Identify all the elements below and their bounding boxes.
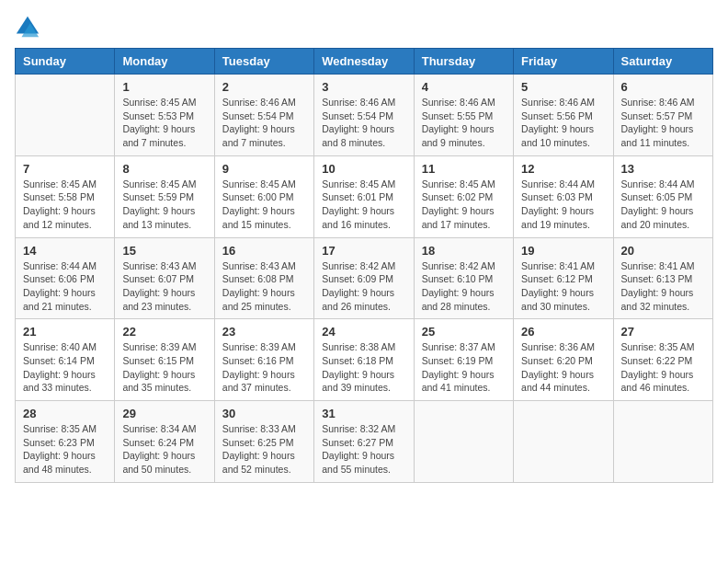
cell-info: Sunrise: 8:45 AM Sunset: 6:00 PM Dayligh… [222,178,306,232]
cell-info: Sunrise: 8:34 AM Sunset: 6:24 PM Dayligh… [122,422,206,477]
date-number: 28 [23,407,107,420]
cell-info: Sunrise: 8:43 AM Sunset: 6:08 PM Dayligh… [222,259,306,314]
weekday-header: Sunday [16,49,115,75]
calendar-cell: 25Sunrise: 8:37 AM Sunset: 6:19 PM Dayli… [414,319,513,401]
calendar-cell: 5Sunrise: 8:46 AM Sunset: 5:56 PM Daylig… [514,75,613,156]
cell-info: Sunrise: 8:32 AM Sunset: 6:27 PM Dayligh… [322,422,405,477]
calendar-cell: 20Sunrise: 8:41 AM Sunset: 6:13 PM Dayli… [613,237,712,319]
cell-info: Sunrise: 8:46 AM Sunset: 5:57 PM Dayligh… [621,96,705,150]
calendar-cell: 10Sunrise: 8:45 AM Sunset: 6:01 PM Dayli… [314,155,414,237]
cell-info: Sunrise: 8:42 AM Sunset: 6:10 PM Dayligh… [422,259,506,314]
cell-info: Sunrise: 8:45 AM Sunset: 5:58 PM Dayligh… [23,178,107,232]
date-number: 23 [222,325,306,339]
cell-info: Sunrise: 8:43 AM Sunset: 6:07 PM Dayligh… [122,259,206,314]
calendar-cell: 1Sunrise: 8:45 AM Sunset: 5:53 PM Daylig… [115,75,214,156]
page-header [15,15,713,40]
date-number: 10 [322,162,405,176]
date-number: 9 [222,162,306,176]
calendar-cell: 18Sunrise: 8:42 AM Sunset: 6:10 PM Dayli… [414,237,513,319]
calendar-week-row: 1Sunrise: 8:45 AM Sunset: 5:53 PM Daylig… [16,75,713,156]
date-number: 12 [521,162,605,176]
calendar-cell: 11Sunrise: 8:45 AM Sunset: 6:02 PM Dayli… [414,155,513,237]
calendar-cell: 21Sunrise: 8:40 AM Sunset: 6:14 PM Dayli… [16,319,115,401]
calendar-cell [414,401,513,483]
calendar-cell: 6Sunrise: 8:46 AM Sunset: 5:57 PM Daylig… [613,75,712,156]
cell-info: Sunrise: 8:41 AM Sunset: 6:13 PM Dayligh… [621,259,705,314]
date-number: 16 [222,244,306,258]
weekday-header: Tuesday [214,49,313,75]
date-number: 6 [621,80,705,94]
cell-info: Sunrise: 8:36 AM Sunset: 6:20 PM Dayligh… [521,340,605,395]
calendar-cell: 4Sunrise: 8:46 AM Sunset: 5:55 PM Daylig… [414,75,513,156]
date-number: 2 [222,80,306,94]
calendar-cell: 26Sunrise: 8:36 AM Sunset: 6:20 PM Dayli… [514,319,613,401]
calendar-cell: 3Sunrise: 8:46 AM Sunset: 5:54 PM Daylig… [314,75,414,156]
date-number: 8 [122,162,206,176]
calendar-cell: 31Sunrise: 8:32 AM Sunset: 6:27 PM Dayli… [314,401,414,483]
calendar-cell: 15Sunrise: 8:43 AM Sunset: 6:07 PM Dayli… [115,237,214,319]
cell-info: Sunrise: 8:40 AM Sunset: 6:14 PM Dayligh… [23,340,107,395]
calendar-cell [514,401,613,483]
cell-info: Sunrise: 8:39 AM Sunset: 6:16 PM Dayligh… [222,340,306,395]
cell-info: Sunrise: 8:38 AM Sunset: 6:18 PM Dayligh… [322,340,405,395]
calendar-cell: 23Sunrise: 8:39 AM Sunset: 6:16 PM Dayli… [214,319,313,401]
date-number: 24 [322,325,405,339]
calendar-cell: 24Sunrise: 8:38 AM Sunset: 6:18 PM Dayli… [314,319,414,401]
cell-info: Sunrise: 8:41 AM Sunset: 6:12 PM Dayligh… [521,259,605,314]
weekday-header: Friday [514,49,613,75]
logo-icon [15,15,40,40]
cell-info: Sunrise: 8:45 AM Sunset: 6:01 PM Dayligh… [322,178,405,232]
date-number: 30 [222,407,306,420]
cell-info: Sunrise: 8:44 AM Sunset: 6:06 PM Dayligh… [23,259,107,314]
date-number: 3 [322,80,405,94]
date-number: 15 [122,244,206,258]
date-number: 25 [422,325,506,339]
date-number: 1 [122,80,206,94]
cell-info: Sunrise: 8:46 AM Sunset: 5:56 PM Dayligh… [521,96,605,150]
cell-info: Sunrise: 8:44 AM Sunset: 6:03 PM Dayligh… [521,178,605,232]
calendar-cell: 13Sunrise: 8:44 AM Sunset: 6:05 PM Dayli… [613,155,712,237]
calendar-cell [16,75,115,156]
date-number: 7 [23,162,107,176]
cell-info: Sunrise: 8:35 AM Sunset: 6:22 PM Dayligh… [621,340,705,395]
cell-info: Sunrise: 8:37 AM Sunset: 6:19 PM Dayligh… [422,340,506,395]
weekday-header: Monday [115,49,214,75]
calendar-week-row: 28Sunrise: 8:35 AM Sunset: 6:23 PM Dayli… [16,401,713,483]
cell-info: Sunrise: 8:35 AM Sunset: 6:23 PM Dayligh… [23,422,107,477]
calendar-cell: 19Sunrise: 8:41 AM Sunset: 6:12 PM Dayli… [514,237,613,319]
calendar-week-row: 14Sunrise: 8:44 AM Sunset: 6:06 PM Dayli… [16,237,713,319]
date-number: 22 [122,325,206,339]
date-number: 17 [322,244,405,258]
cell-info: Sunrise: 8:44 AM Sunset: 6:05 PM Dayligh… [621,178,705,232]
calendar-week-row: 7Sunrise: 8:45 AM Sunset: 5:58 PM Daylig… [16,155,713,237]
date-number: 19 [521,244,605,258]
cell-info: Sunrise: 8:46 AM Sunset: 5:55 PM Dayligh… [422,96,506,150]
cell-info: Sunrise: 8:42 AM Sunset: 6:09 PM Dayligh… [322,259,405,314]
calendar-table: SundayMondayTuesdayWednesdayThursdayFrid… [15,48,713,483]
calendar-cell: 27Sunrise: 8:35 AM Sunset: 6:22 PM Dayli… [613,319,712,401]
weekday-header: Thursday [414,49,513,75]
date-number: 26 [521,325,605,339]
calendar-cell: 8Sunrise: 8:45 AM Sunset: 5:59 PM Daylig… [115,155,214,237]
cell-info: Sunrise: 8:39 AM Sunset: 6:15 PM Dayligh… [122,340,206,395]
cell-info: Sunrise: 8:45 AM Sunset: 5:53 PM Dayligh… [122,96,206,150]
calendar-cell: 29Sunrise: 8:34 AM Sunset: 6:24 PM Dayli… [115,401,214,483]
calendar-cell: 2Sunrise: 8:46 AM Sunset: 5:54 PM Daylig… [214,75,313,156]
cell-info: Sunrise: 8:33 AM Sunset: 6:25 PM Dayligh… [222,422,306,477]
calendar-cell: 9Sunrise: 8:45 AM Sunset: 6:00 PM Daylig… [214,155,313,237]
date-number: 21 [23,325,107,339]
cell-info: Sunrise: 8:45 AM Sunset: 6:02 PM Dayligh… [422,178,506,232]
logo [15,15,44,40]
date-number: 11 [422,162,506,176]
calendar-cell: 16Sunrise: 8:43 AM Sunset: 6:08 PM Dayli… [214,237,313,319]
cell-info: Sunrise: 8:46 AM Sunset: 5:54 PM Dayligh… [222,96,306,150]
cell-info: Sunrise: 8:45 AM Sunset: 5:59 PM Dayligh… [122,178,206,232]
calendar-cell [613,401,712,483]
calendar-week-row: 21Sunrise: 8:40 AM Sunset: 6:14 PM Dayli… [16,319,713,401]
calendar-cell: 7Sunrise: 8:45 AM Sunset: 5:58 PM Daylig… [16,155,115,237]
date-number: 20 [621,244,705,258]
date-number: 5 [521,80,605,94]
calendar-cell: 17Sunrise: 8:42 AM Sunset: 6:09 PM Dayli… [314,237,414,319]
date-number: 4 [422,80,506,94]
weekday-header: Wednesday [314,49,414,75]
